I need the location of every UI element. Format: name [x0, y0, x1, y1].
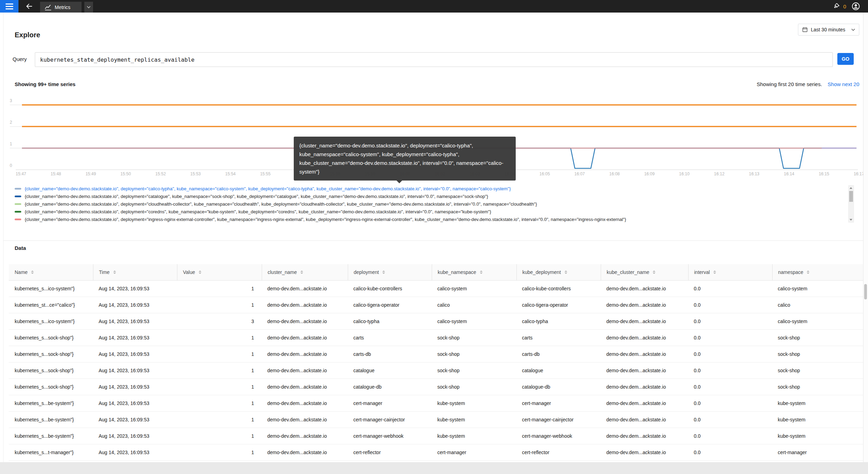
x-tick: 16:05	[539, 171, 550, 176]
column-header-kube-deployment[interactable]: kube_deployment	[516, 264, 601, 280]
cell-kube-deployment: calico-tigera-operator	[516, 302, 601, 308]
line-chart-icon	[45, 4, 52, 11]
cell-interval: 0.0	[688, 400, 772, 406]
column-header-cluster-name[interactable]: cluster_name	[262, 264, 348, 280]
cell-cluster-name: demo-dev.dem...ackstate.io	[262, 450, 348, 455]
cell-kube-namespace: sock-shop	[432, 384, 516, 390]
legend-swatch	[15, 196, 21, 197]
tab-metrics[interactable]: Metrics	[40, 2, 82, 13]
legend-item[interactable]: {cluster_name="demo-dev.demo.stackstate.…	[15, 215, 844, 223]
x-tick: 15:50	[121, 171, 131, 176]
legend-label: {cluster_name="demo-dev.demo.stackstate.…	[25, 194, 488, 199]
cell-Value: 1	[177, 384, 262, 390]
sort-icon[interactable]	[480, 270, 483, 274]
user-avatar[interactable]	[852, 2, 860, 10]
table-row[interactable]: kubernetes_s...sock-shop"}Aug 14, 2023, …	[9, 362, 863, 379]
cell-namespace: kube-system	[772, 433, 863, 439]
cell-Name: kubernetes_st...ce="calico"}	[9, 302, 93, 308]
tab-dropdown-button[interactable]	[84, 2, 93, 13]
sort-icon[interactable]	[653, 270, 655, 274]
sort-icon[interactable]	[199, 270, 201, 274]
legend-swatch	[15, 211, 21, 213]
scroll-down-icon[interactable]	[850, 219, 852, 221]
column-header-Time[interactable]: Time	[93, 264, 177, 280]
sort-icon[interactable]	[31, 270, 34, 274]
query-input[interactable]	[35, 52, 833, 67]
cell-cluster-name: demo-dev.dem...ackstate.io	[262, 286, 348, 291]
cell-kube-cluster-name: demo-dev.dem...ackstate.io	[601, 286, 688, 291]
cell-kube-deployment: cert-manager-cainjector	[516, 417, 601, 422]
menu-button[interactable]	[0, 0, 18, 13]
cell-kube-namespace: calico-system	[432, 286, 516, 291]
legend-item[interactable]: {cluster_name="demo-dev.demo.stackstate.…	[15, 185, 844, 192]
legend-item[interactable]: {cluster_name="demo-dev.demo.stackstate.…	[15, 192, 844, 200]
legend-swatch	[15, 203, 21, 205]
column-header-label: deployment	[354, 269, 379, 275]
sort-icon[interactable]	[713, 270, 716, 274]
cell-kube-namespace: calico	[432, 302, 516, 308]
cell-cluster-name: demo-dev.dem...ackstate.io	[262, 417, 348, 422]
cell-interval: 0.0	[688, 319, 772, 324]
table-row[interactable]: kubernetes_s...be-system"}Aug 14, 2023, …	[9, 412, 863, 428]
x-tick: 15:52	[155, 171, 166, 176]
section-divider	[3, 240, 863, 241]
cell-kube-deployment: cert-manager	[516, 400, 601, 406]
column-header-namespace[interactable]: namespace	[772, 264, 863, 280]
cell-kube-cluster-name: demo-dev.dem...ackstate.io	[601, 351, 688, 357]
table-row[interactable]: kubernetes_s...ico-system"}Aug 14, 2023,…	[9, 313, 863, 330]
legend-item[interactable]: {cluster_name="demo-dev.demo.stackstate.…	[15, 200, 844, 208]
column-header-kube-cluster-name[interactable]: kube_cluster_name	[601, 264, 688, 280]
table-row[interactable]: kubernetes_s...sock-shop"}Aug 14, 2023, …	[9, 379, 863, 395]
cell-deployment: calico-tigera-operator	[348, 302, 432, 308]
back-button[interactable]	[22, 0, 37, 13]
table-row[interactable]: kubernetes_s...be-system"}Aug 14, 2023, …	[9, 395, 863, 412]
chevron-down-icon	[87, 6, 91, 8]
table-scrollbar-thumb[interactable]	[864, 284, 867, 299]
cell-kube-cluster-name: demo-dev.dem...ackstate.io	[601, 319, 688, 324]
hamburger-icon	[6, 2, 13, 11]
table-row[interactable]: kubernetes_s...ico-system"}Aug 14, 2023,…	[9, 281, 863, 297]
go-button[interactable]: GO	[837, 53, 854, 65]
table-row[interactable]: kubernetes_st...ce="calico"}Aug 14, 2023…	[9, 297, 863, 313]
column-header-interval[interactable]: interval	[688, 264, 772, 280]
time-range-selector[interactable]: Last 30 minutes	[798, 24, 859, 36]
time-series-chart[interactable]: 3210 15:4715:4815:4915:5015:5215:5315:54…	[0, 94, 868, 181]
show-next-link[interactable]: Show next 20	[828, 81, 859, 87]
table-row[interactable]: kubernetes_s...sock-shop"}Aug 14, 2023, …	[9, 346, 863, 362]
column-header-kube-namespace[interactable]: kube_namespace	[432, 264, 516, 280]
table-row[interactable]: kubernetes_s...t-manager"}Aug 14, 2023, …	[9, 444, 863, 461]
cell-interval: 0.0	[688, 384, 772, 390]
calendar-icon	[802, 27, 808, 32]
cell-interval: 0.0	[688, 335, 772, 341]
cell-interval: 0.0	[688, 433, 772, 439]
table-row[interactable]: kubernetes_s...sock-shop"}Aug 14, 2023, …	[9, 330, 863, 346]
cell-namespace: kube-system	[772, 417, 863, 422]
table-row[interactable]: kubernetes_s...be-system"}Aug 14, 2023, …	[9, 428, 863, 444]
pinned-items[interactable]: 0	[832, 0, 846, 13]
cell-deployment: catalogue-db	[348, 384, 432, 390]
column-header-Name[interactable]: Name	[9, 264, 93, 280]
x-tick: 15:54	[225, 171, 236, 176]
cell-cluster-name: demo-dev.dem...ackstate.io	[262, 384, 348, 390]
x-tick: 15:53	[190, 171, 201, 176]
column-header-Value[interactable]: Value	[177, 264, 262, 280]
sort-icon[interactable]	[807, 270, 809, 274]
x-tick: 16:14	[784, 171, 794, 176]
scroll-up-icon[interactable]	[850, 187, 852, 189]
cell-Value: 1	[177, 368, 262, 373]
sort-icon[interactable]	[564, 270, 567, 274]
sort-icon[interactable]	[300, 270, 303, 274]
sort-icon[interactable]	[113, 270, 116, 274]
sort-icon[interactable]	[382, 270, 385, 274]
legend-scrollbar[interactable]	[848, 185, 854, 223]
cell-kube-deployment: carts-db	[516, 351, 601, 357]
cell-Value: 1	[177, 335, 262, 341]
table-scrollbar-track[interactable]	[863, 13, 868, 474]
cell-Name: kubernetes_s...ico-system"}	[9, 286, 93, 291]
legend-scrollbar-thumb[interactable]	[849, 191, 853, 202]
cell-Name: kubernetes_s...be-system"}	[9, 400, 93, 406]
cell-namespace: kube-system	[772, 400, 863, 406]
legend-item[interactable]: {cluster_name="demo-dev.demo.stackstate.…	[15, 208, 844, 215]
column-header-deployment[interactable]: deployment	[348, 264, 432, 280]
cell-Value: 1	[177, 302, 262, 308]
